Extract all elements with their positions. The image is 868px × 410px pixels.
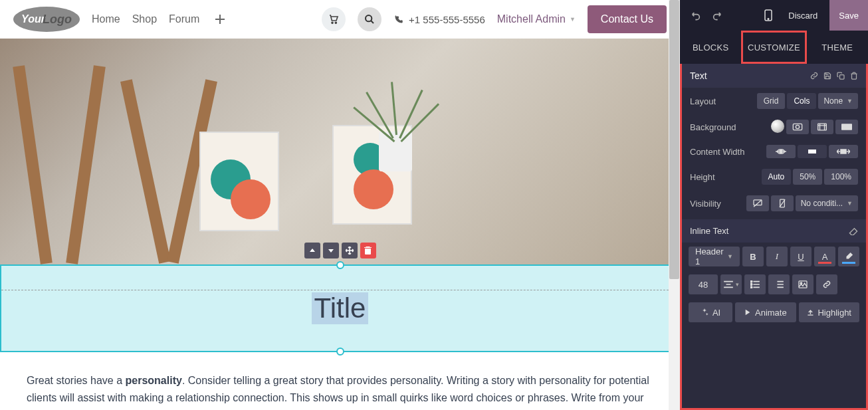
background-color-swatch[interactable] [771,120,784,133]
trash-icon[interactable] [850,72,858,80]
eraser-icon[interactable] [849,227,858,235]
layout-grid[interactable]: Grid [757,93,786,109]
block-move-down-icon[interactable] [323,243,339,258]
svg-rect-8 [818,124,827,130]
block-delete-icon[interactable] [360,243,376,258]
height-100[interactable]: 100% [824,169,858,185]
title-block[interactable]: Title [0,264,680,352]
background-video-icon[interactable] [811,120,833,134]
height-50[interactable]: 50% [793,169,822,185]
cart-icon[interactable] [322,7,346,31]
site-header: YourLogo Home Shop Forum +1 555-555-5556… [0,0,680,39]
svg-point-17 [750,286,752,288]
highlight-color-button[interactable] [838,247,859,266]
width-full[interactable] [829,145,858,158]
nav-add-icon[interactable] [211,13,229,25]
svg-point-15 [750,280,752,282]
title-text[interactable]: Title [312,292,369,324]
svg-rect-9 [841,124,852,130]
resize-handle-top[interactable] [336,261,344,269]
para-part-1: Great stories have a [27,375,126,386]
nav-forum[interactable]: Forum [169,13,199,25]
inline-format-row-2: 48 ▾ [682,270,866,298]
ai-button[interactable]: AI [689,302,732,322]
resize-handle-bottom[interactable] [336,348,344,356]
svg-point-1 [335,22,336,23]
phone-icon [393,15,403,25]
height-auto[interactable]: Auto [762,169,792,185]
visibility-label: Visibility [690,199,740,209]
background-image-icon[interactable] [786,120,809,134]
tab-customize[interactable]: CUSTOMIZE [741,31,806,64]
layout-label: Layout [690,96,750,106]
animate-button[interactable]: Animate [735,302,796,322]
contact-us-button[interactable]: Contact Us [588,5,667,33]
width-default[interactable] [798,145,827,158]
inline-actions-row: AI Animate Highlight [682,298,866,326]
inline-format-row-1: Header 1▼ B I U A [682,243,866,270]
inline-text-header: Inline Text [682,219,866,243]
layout-cols[interactable]: Cols [787,93,816,109]
undo-icon[interactable] [688,7,704,23]
svg-point-0 [332,22,333,23]
heading-select[interactable]: Header 1▼ [689,247,740,266]
list-ul-button[interactable] [744,274,766,294]
background-label: Background [690,122,764,132]
chevron-down-icon: ▼ [570,16,576,23]
background-shape-icon[interactable] [835,120,858,134]
scrollbar-thumb[interactable] [669,0,679,279]
width-narrow[interactable] [766,145,796,158]
link-insert-button[interactable] [816,274,837,294]
align-button[interactable]: ▾ [720,274,742,294]
sidebar-topbar: Discard Save [680,0,868,31]
redo-icon[interactable] [709,7,725,23]
visibility-condition-select[interactable]: No conditi...▼ [796,195,858,211]
image-insert-button[interactable] [792,274,814,294]
underline-button[interactable]: U [790,247,812,266]
visibility-row: Visibility No conditi...▼ [682,190,866,217]
mobile-preview-icon[interactable] [760,7,776,23]
phone-text: +1 555-555-5556 [409,14,485,25]
svg-point-4 [768,19,769,20]
font-size-input[interactable]: 48 [689,274,718,294]
visibility-desktop-icon[interactable] [746,195,769,211]
copy-icon[interactable] [837,72,845,80]
hero-image [0,39,680,264]
list-ol-button[interactable] [768,274,790,294]
bold-button[interactable]: B [742,247,764,266]
nav-home[interactable]: Home [92,13,120,25]
search-icon[interactable] [358,7,381,31]
body-paragraph[interactable]: Great stories have a personality. Consid… [0,352,680,410]
layout-row: Layout Grid Cols None▼ [682,88,866,114]
svg-rect-11 [808,150,816,154]
content-width-row: Content Width [682,140,866,163]
user-name: Mitchell Admin [497,13,566,25]
guide-line [1,290,679,290]
tab-blocks[interactable]: BLOCKS [680,31,741,64]
user-menu[interactable]: Mitchell Admin ▼ [497,13,576,25]
scrollbar-track[interactable] [669,0,680,410]
visibility-mobile-icon[interactable] [771,195,794,211]
layout-none-select[interactable]: None▼ [818,93,858,109]
block-move-up-icon[interactable] [304,243,320,258]
text-color-button[interactable]: A [814,247,835,266]
block-drag-icon[interactable] [342,243,358,258]
save-block-icon[interactable] [823,72,831,80]
height-label: Height [690,172,755,182]
phone-number: +1 555-555-5556 [393,14,485,25]
svg-point-2 [366,15,372,21]
discard-button[interactable]: Discard [782,11,824,21]
tab-theme[interactable]: THEME [807,31,868,64]
editor-sidebar: Discard Save BLOCKS CUSTOMIZE THEME Text… [680,0,868,410]
customize-panel: Text Layout Grid Cols None▼ Background [680,64,868,410]
sidebar-tabs: BLOCKS CUSTOMIZE THEME [680,31,868,64]
nav-shop[interactable]: Shop [132,13,157,25]
italic-button[interactable]: I [766,247,788,266]
para-bold: personality [126,375,182,386]
link-icon[interactable] [810,72,818,80]
highlight-button[interactable]: Highlight [799,302,859,322]
site-logo[interactable]: YourLogo [13,7,80,32]
save-button[interactable]: Save [829,0,868,31]
inline-text-title: Inline Text [690,226,728,236]
text-section-header: Text [682,64,866,88]
